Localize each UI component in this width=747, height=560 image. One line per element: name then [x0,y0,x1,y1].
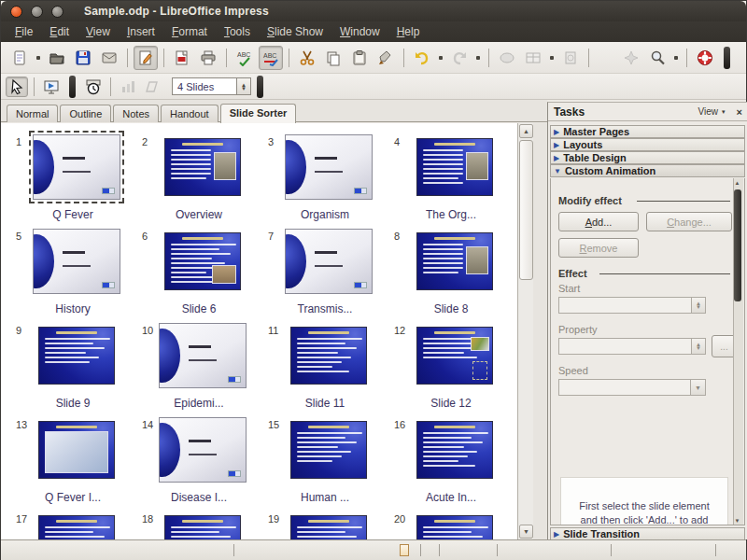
chevron-down-icon[interactable]: ▾ [722,108,726,116]
minimize-window-icon[interactable] [31,6,43,18]
section-slide-transition[interactable]: ▶ Slide Transition [550,527,745,540]
slide-thumbnail-14[interactable] [159,417,247,483]
save-icon[interactable] [71,46,95,70]
speed-combo[interactable]: ▼ [558,379,706,396]
slide-sorter-scrollbar[interactable]: ▲ ▼ [517,123,533,539]
table-dropdown[interactable] [550,56,554,60]
open-icon[interactable] [45,46,69,70]
paste-icon[interactable] [347,46,372,70]
select-tool-icon[interactable] [6,77,28,97]
toolbar-drag-handle[interactable] [69,76,76,98]
document-modified-icon[interactable] [400,544,409,556]
scrollbar-thumb[interactable] [734,189,741,301]
tasks-close-icon[interactable]: × [737,106,742,118]
slide-thumbnail-16[interactable] [416,421,493,479]
slide-sorter-area[interactable]: 1Q Fever2Overview3Organism4The Org...5Hi… [1,123,517,539]
tab-slide-sorter[interactable]: Slide Sorter [220,104,297,123]
cut-icon[interactable] [295,46,319,70]
copy-icon[interactable] [321,46,345,70]
slide-thumbnail-8[interactable] [416,232,493,290]
undo-dropdown[interactable] [439,56,443,60]
spinner-arrows-icon[interactable]: ▲▼ [691,298,705,313]
slide-cell-10[interactable]: 10Epidemi... [138,319,260,413]
toolbar-drag-handle[interactable] [257,76,263,98]
slide-thumbnail-1[interactable] [33,134,120,200]
slide-thumbnail-13[interactable] [38,421,115,479]
slide-thumbnail-12[interactable] [416,327,493,385]
scroll-down-icon[interactable]: ▼ [519,525,533,539]
spinner-arrows-icon[interactable]: ▲▼ [691,339,705,354]
slide-cell-16[interactable]: 16Acute In... [390,413,512,507]
slide-cell-8[interactable]: 8Slide 8 [390,225,512,318]
table-icon[interactable] [521,46,545,70]
menu-slide-show[interactable]: Slide Show [259,22,331,41]
redo-icon[interactable] [447,46,472,70]
export-pdf-icon[interactable] [170,46,194,70]
slide-cell-17[interactable]: 17 [12,508,134,539]
slide-thumbnail-11[interactable] [290,327,367,385]
menu-help[interactable]: Help [388,22,429,41]
new-document-icon[interactable] [7,46,32,70]
title-bar[interactable]: Sample.odp - LibreOffice Impress [1,1,746,21]
slide-thumbnail-17[interactable] [38,515,115,539]
format-paintbrush-icon[interactable] [374,46,398,70]
scroll-up-icon[interactable]: ▲ [733,180,741,186]
slide-thumbnail-5[interactable] [33,229,120,294]
edit-file-icon[interactable] [134,46,158,70]
slide-thumbnail-15[interactable] [290,421,367,479]
slide-thumbnail-18[interactable] [164,515,241,539]
slide-cell-11[interactable]: 11Slide 11 [264,319,386,413]
shape-icon[interactable] [141,77,163,97]
property-combo[interactable]: ▲▼ [558,338,706,355]
menu-format[interactable]: Format [163,22,216,41]
slide-thumbnail-3[interactable] [285,134,373,200]
hyperlink-icon[interactable] [558,46,583,70]
slide-thumbnail-19[interactable] [290,515,367,539]
navigator-icon[interactable] [619,46,643,70]
close-window-icon[interactable] [10,6,22,18]
slide-cell-12[interactable]: 12Slide 12 [390,319,512,413]
scroll-down-icon[interactable]: ▼ [733,518,741,524]
menu-tools[interactable]: Tools [216,22,259,41]
add-button[interactable]: Add... [558,212,639,231]
slide-cell-1[interactable]: 1Q Fever [12,131,134,224]
slide-thumbnail-9[interactable] [38,327,115,385]
tab-notes[interactable]: Notes [113,105,159,122]
remove-button[interactable]: Remove [558,238,639,258]
undo-icon[interactable] [410,46,434,70]
tab-handout[interactable]: Handout [161,105,218,122]
slide-cell-3[interactable]: 3Organism [264,131,386,224]
menu-insert[interactable]: Insert [119,22,163,41]
slide-thumbnail-2[interactable] [164,138,241,196]
slide-cell-4[interactable]: 4The Org... [390,131,512,224]
section-layouts[interactable]: ▶ Layouts [550,138,745,151]
slide-thumbnail-20[interactable] [416,515,493,539]
chart-icon[interactable] [495,46,519,70]
slide-cell-2[interactable]: 2Overview [138,131,260,224]
tasks-view-menu[interactable]: View [698,106,719,117]
email-icon[interactable] [97,46,121,70]
slide-cell-20[interactable]: 20 [390,508,512,539]
slide-cell-15[interactable]: 15Human ... [264,413,386,507]
section-table-design[interactable]: ▶ Table Design [550,151,745,164]
scroll-up-icon[interactable]: ▲ [519,124,533,138]
panel-scrollbar[interactable]: ▲ ▼ [733,178,743,525]
dropdown-arrow-icon[interactable]: ▼ [690,380,705,395]
slide-thumbnail-6[interactable] [164,232,241,290]
slide-cell-9[interactable]: 9Slide 9 [12,319,134,413]
scrollbar-thumb[interactable] [519,140,533,280]
slide-thumbnail-4[interactable] [416,138,493,196]
slide-cell-5[interactable]: 5History [12,225,134,318]
toolbar-drag-handle[interactable] [724,47,730,69]
auto-spellcheck-icon[interactable]: ABC [259,46,283,70]
maximize-window-icon[interactable] [51,6,63,18]
zoom-icon[interactable] [645,46,669,70]
zoom-dropdown[interactable] [674,56,678,60]
menu-view[interactable]: View [78,22,119,41]
section-custom-animation[interactable]: ▼ Custom Animation [550,164,745,177]
menu-file[interactable]: File [7,22,41,41]
chart-small-icon[interactable] [117,77,139,97]
tab-outline[interactable]: Outline [60,105,111,122]
slide-cell-19[interactable]: 19 [264,508,386,539]
slide-thumbnail-7[interactable] [285,229,373,294]
